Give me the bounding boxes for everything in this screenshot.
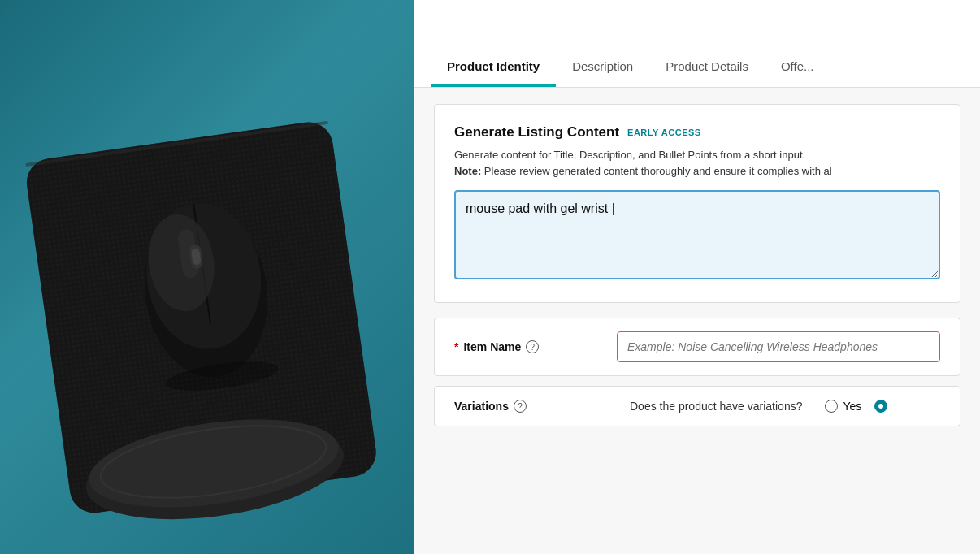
generate-textarea[interactable]: mouse pad with gel wrist | (454, 190, 940, 279)
radio-no[interactable] (874, 400, 892, 413)
product-image-bg (0, 0, 414, 554)
item-name-row: * Item Name ? (434, 318, 960, 376)
generate-desc-line1: Generate content for Title, Description,… (454, 149, 805, 161)
variations-label-group: Variations ? (454, 400, 617, 413)
tab-product-details[interactable]: Product Details (649, 50, 765, 87)
generate-note-label: Note: (454, 165, 481, 177)
radio-no-circle (874, 400, 887, 413)
item-name-help-icon[interactable]: ? (526, 340, 539, 353)
tab-description[interactable]: Description (556, 50, 649, 87)
radio-yes-label: Yes (843, 400, 861, 413)
early-access-badge: EARLY ACCESS (627, 128, 701, 137)
content-panel: Product Identity Description Product Det… (414, 0, 980, 554)
item-name-label-group: * Item Name ? (454, 340, 617, 353)
main-content: Generate Listing Content EARLY ACCESS Ge… (414, 88, 980, 554)
radio-group: Yes (825, 400, 892, 413)
item-name-input[interactable] (617, 331, 940, 362)
variations-help-icon[interactable]: ? (514, 400, 527, 413)
required-star: * (454, 340, 458, 353)
generate-title: Generate Listing Content (454, 124, 619, 141)
generate-note-text: Please review generated content thorough… (481, 165, 831, 177)
tab-offer[interactable]: Offe... (765, 50, 830, 87)
item-name-label: Item Name (463, 340, 521, 353)
variations-question: Does the product have variations? (630, 400, 802, 413)
generate-listing-card: Generate Listing Content EARLY ACCESS Ge… (434, 104, 960, 303)
radio-yes-circle (825, 400, 838, 413)
product-image-panel (0, 0, 414, 554)
generate-header: Generate Listing Content EARLY ACCESS (454, 124, 940, 141)
radio-yes[interactable]: Yes (825, 400, 861, 413)
variations-row: Variations ? Does the product have varia… (434, 386, 960, 426)
tabs-bar: Product Identity Description Product Det… (414, 0, 980, 88)
variations-label: Variations (454, 400, 509, 413)
generate-description: Generate content for Title, Description,… (454, 147, 940, 179)
tab-product-identity[interactable]: Product Identity (431, 50, 556, 87)
